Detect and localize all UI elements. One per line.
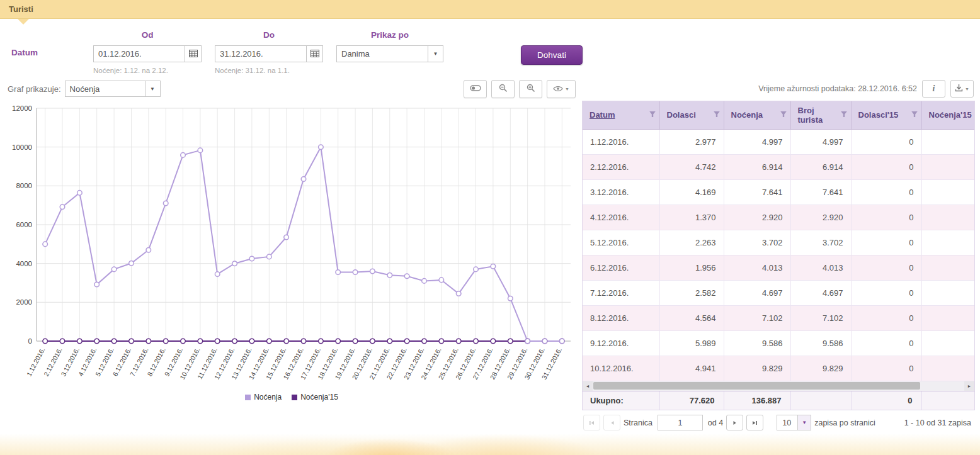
prikaz-select[interactable]: Danima ▼ <box>336 45 443 62</box>
do-date-field <box>215 45 323 62</box>
column-header-datum[interactable]: Datum <box>583 101 659 129</box>
tab-turisti[interactable]: Turisti <box>9 4 33 14</box>
totals-cell <box>790 391 851 410</box>
table-row[interactable]: 4.12.2016.1.3702.9202.9200 <box>583 205 975 230</box>
prikaz-label: Prikaz po <box>336 30 443 40</box>
per-page-value: 10 <box>777 415 797 430</box>
totals-row-container: Ukupno:77.620136.8870 <box>582 391 975 410</box>
nocenja-chart[interactable]: 0200040006000800010000120001.12.2016.2.1… <box>8 101 576 394</box>
prev-page-button[interactable] <box>603 415 620 430</box>
graf-select[interactable]: Noćenja ▼ <box>65 81 161 97</box>
table-cell <box>921 129 975 154</box>
table-cell: 4.742 <box>659 154 724 179</box>
chevron-down-icon: ▼ <box>965 87 969 91</box>
page-number-input[interactable] <box>658 415 703 430</box>
column-header-no-enja[interactable]: Noćenja <box>724 101 790 129</box>
table-row[interactable]: 8.12.2016.4.5647.1027.1020 <box>583 305 975 330</box>
table-row[interactable]: 6.12.2016.1.9564.0134.0130 <box>583 255 975 280</box>
table-cell: 4.697 <box>724 280 790 305</box>
column-header-label: Noćenja'15 <box>929 110 972 120</box>
table-cell: 7.102 <box>790 305 851 330</box>
main-content: Graf prikazuje: Noćenja ▼ <box>0 74 980 435</box>
export-button[interactable]: ▼ <box>950 80 974 98</box>
dohvati-button[interactable]: Dohvati <box>521 45 583 65</box>
table-row[interactable]: 1.12.2016.2.9774.9974.9970 <box>583 129 975 154</box>
table-cell <box>921 280 975 305</box>
chart-canvas[interactable]: 0200040006000800010000120001.12.2016.2.1… <box>8 101 574 391</box>
chevron-down-icon[interactable]: ▼ <box>145 81 160 96</box>
prikaz-group: Prikaz po Danima ▼ <box>336 30 447 62</box>
chart-toolbar: Graf prikazuje: Noćenja ▼ <box>8 77 576 101</box>
svg-text:10000: 10000 <box>12 143 32 151</box>
column-header-dolasci-15[interactable]: Dolasci'15 <box>851 101 921 129</box>
chevron-down-icon[interactable]: ▼ <box>428 46 443 62</box>
download-icon <box>955 84 963 94</box>
horizontal-scrollbar[interactable]: ◄ ► <box>582 381 975 391</box>
table-panel: Vrijeme ažurnosti podataka: 28.12.2016. … <box>582 77 975 435</box>
first-page-icon <box>589 420 595 425</box>
table-cell: 0 <box>851 330 921 356</box>
scrollbar-thumb[interactable] <box>593 382 920 390</box>
filter-icon[interactable] <box>839 109 849 121</box>
info-button[interactable]: i <box>922 80 945 98</box>
table-row[interactable]: 10.12.2016.4.9419.8299.8290 <box>583 356 975 381</box>
legend-label: Noćenja <box>254 393 282 402</box>
table-cell: 0 <box>851 179 921 205</box>
column-header-dolasci[interactable]: Dolasci <box>659 101 724 129</box>
per-page-select[interactable]: 10 ▼ <box>777 415 811 430</box>
table-cell: 1.370 <box>659 205 724 230</box>
column-header-broj-turista[interactable]: Broj turista <box>790 101 851 129</box>
table-row[interactable]: 2.12.2016.4.7426.9146.9140 <box>583 154 975 179</box>
scroll-left-arrow[interactable]: ◄ <box>583 381 593 391</box>
pan-toggle-button[interactable] <box>464 80 487 98</box>
column-header-label: Datum <box>590 110 615 120</box>
table-cell: 1.956 <box>659 255 724 280</box>
scrollbar-track[interactable] <box>593 381 964 391</box>
table-cell: 9.829 <box>724 356 790 381</box>
od-label: Od <box>93 30 202 40</box>
toggle-icon <box>470 84 481 94</box>
scroll-right-arrow[interactable]: ► <box>964 381 974 391</box>
chevron-down-icon[interactable]: ▼ <box>797 415 811 430</box>
table-row[interactable]: 9.12.2016.5.9899.5869.5860 <box>583 330 975 356</box>
filter-icon[interactable] <box>712 109 722 121</box>
eye-icon <box>553 84 563 94</box>
do-calendar-button[interactable] <box>306 46 322 62</box>
filter-icon[interactable] <box>647 109 658 121</box>
legend-item[interactable]: Noćenja'15 <box>292 393 338 402</box>
table-cell <box>921 230 975 255</box>
zoom-out-button[interactable] <box>491 80 515 98</box>
filter-icon[interactable] <box>778 109 789 121</box>
table-cell: 4.12.2016. <box>583 205 659 230</box>
table-cell: 4.997 <box>790 129 851 154</box>
od-date-input[interactable] <box>94 46 185 62</box>
table-cell: 0 <box>851 255 921 280</box>
table-cell: 4.564 <box>659 305 724 330</box>
od-calendar-button[interactable] <box>185 46 201 62</box>
table-row[interactable]: 7.12.2016.2.5824.6974.6970 <box>583 280 975 305</box>
filter-icon[interactable] <box>909 109 920 121</box>
svg-text:8000: 8000 <box>16 182 32 189</box>
page-count-label: od 4 <box>708 418 723 427</box>
last-page-button[interactable] <box>746 415 763 430</box>
filter-icon[interactable] <box>974 109 976 121</box>
column-header-no-enja-15[interactable]: Noćenja'15 <box>921 101 975 129</box>
table-header-row: DatumDolasciNoćenjaBroj turistaDolasci'1… <box>583 101 975 129</box>
record-range-label: 1 - 10 od 31 zapisa <box>904 418 974 427</box>
next-page-button[interactable] <box>726 415 743 430</box>
table-cell: 4.941 <box>659 356 724 381</box>
totals-cell: 0 <box>851 391 921 410</box>
table-row[interactable]: 5.12.2016.2.2633.7023.7020 <box>583 230 975 255</box>
table-cell: 0 <box>851 305 921 330</box>
first-page-button[interactable] <box>583 415 600 430</box>
table-cell: 2.977 <box>659 129 724 154</box>
series-visibility-button[interactable]: ▼ <box>547 80 576 98</box>
column-header-label: Dolasci <box>667 110 696 120</box>
svg-text:6000: 6000 <box>16 221 32 228</box>
do-date-input[interactable] <box>215 46 306 62</box>
table-row[interactable]: 3.12.2016.4.1697.6417.6410 <box>583 179 975 205</box>
legend-item[interactable]: Noćenja <box>245 393 282 402</box>
table-cell: 4.997 <box>724 129 790 154</box>
zoom-in-button[interactable] <box>519 80 542 98</box>
table-cell: 0 <box>851 356 921 381</box>
